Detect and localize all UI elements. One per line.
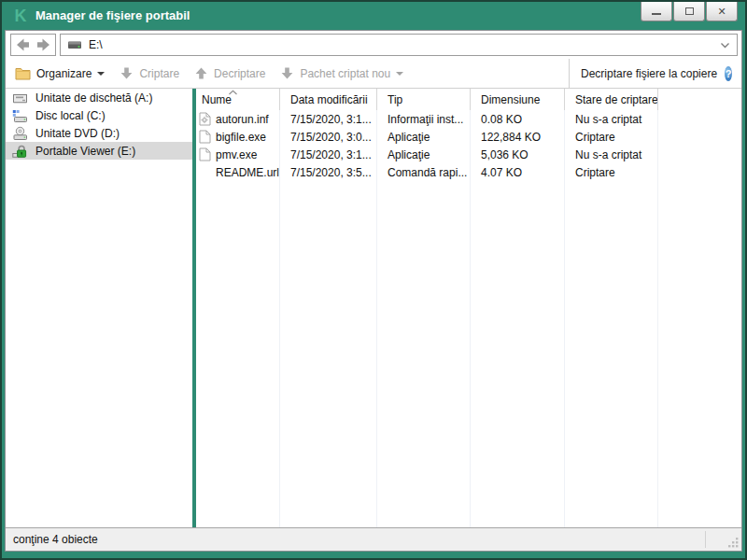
file-size: 122,884 KO xyxy=(470,128,564,146)
back-arrow-icon[interactable] xyxy=(15,37,31,52)
sort-ascending-icon xyxy=(228,90,238,95)
sidebar-item-floppy-a[interactable]: Unitate de dischetă (A:) xyxy=(6,89,192,106)
file-size: 5,036 KO xyxy=(470,146,564,163)
decrypt-label: Decriptare xyxy=(214,67,265,80)
file-modified: 7/15/2020, 3:1... xyxy=(279,146,376,163)
sidebar-item-label: Unitate de dischetă (A:) xyxy=(35,91,152,105)
column-separator xyxy=(279,110,280,527)
window-content: E:\ Organizare Criptare Decriptare Pache… xyxy=(5,30,742,552)
help-icon[interactable]: ? xyxy=(725,66,732,81)
dvd-drive-icon xyxy=(12,126,28,141)
status-text: conţine 4 obiecte xyxy=(13,533,98,546)
new-encrypted-package-button[interactable]: Pachet criptat nou xyxy=(280,66,403,80)
maximize-icon xyxy=(685,7,694,15)
file-modified: 7/15/2020, 3:1... xyxy=(279,110,376,128)
file-encryption-status: Criptare xyxy=(564,163,657,181)
column-resize-handle[interactable] xyxy=(657,89,658,110)
file-list: Nume Data modificării Tip Dimensiune Sta… xyxy=(196,89,741,527)
maximize-button[interactable] xyxy=(673,2,705,21)
encrypt-label: Criptare xyxy=(139,67,179,80)
column-header-label: Data modificării xyxy=(290,93,368,106)
blank-file-icon xyxy=(199,130,211,144)
kaspersky-logo-icon: K xyxy=(11,5,30,27)
sidebar-item-portable-viewer-e[interactable]: Portable Viewer (E:) xyxy=(6,142,192,160)
sidebar-item-dvd-d[interactable]: Unitate DVD (D:) xyxy=(6,124,192,142)
toolbar-right-section: Decriptare fişiere la copiere ? xyxy=(569,59,741,88)
no-file-icon xyxy=(199,165,211,179)
column-header-modified[interactable]: Data modificării xyxy=(279,89,376,110)
package-arrow-down-icon xyxy=(280,66,294,80)
blank-file-icon xyxy=(199,147,211,161)
file-encryption-status: Criptare xyxy=(564,128,657,146)
column-separator xyxy=(564,110,565,527)
address-text: E:\ xyxy=(89,38,713,51)
decrypt-button[interactable]: Decriptare xyxy=(194,66,265,80)
forward-arrow-icon[interactable] xyxy=(35,37,51,52)
sidebar-item-label: Portable Viewer (E:) xyxy=(35,145,135,158)
file-type: Aplicaţie xyxy=(376,146,470,163)
encrypt-arrow-down-icon xyxy=(120,66,134,80)
organize-button[interactable]: Organizare xyxy=(15,67,105,80)
column-separator xyxy=(657,110,658,527)
column-separator xyxy=(470,110,471,527)
file-encryption-status: Nu s-a criptat xyxy=(564,110,657,128)
drive-icon xyxy=(67,39,82,50)
resize-grip[interactable] xyxy=(726,536,740,549)
setup-file-icon xyxy=(199,112,211,126)
file-row-pmv-exe[interactable]: pmv.exe 7/15/2020, 3:1... Aplicaţie 5,03… xyxy=(196,146,741,163)
nav-button-group xyxy=(10,34,56,56)
file-name: pmv.exe xyxy=(216,148,257,161)
package-dropdown-icon xyxy=(396,72,403,79)
navigation-bar: E:\ xyxy=(6,31,741,59)
column-header-type[interactable]: Tip xyxy=(376,89,470,110)
address-bar[interactable]: E:\ xyxy=(60,34,738,56)
status-bar-separator xyxy=(705,531,706,548)
decrypt-arrow-up-icon xyxy=(194,66,208,80)
file-encryption-status: Nu s-a criptat xyxy=(564,146,657,163)
file-name: autorun.inf xyxy=(216,113,269,126)
address-dropdown-icon[interactable] xyxy=(720,42,730,49)
column-header-size[interactable]: Dimensiune xyxy=(470,89,564,110)
column-header-encryption-status[interactable]: Stare de criptare xyxy=(564,89,657,110)
app-window: K Manager de fişiere portabil ✕ E:\ Orga… xyxy=(0,0,747,560)
organize-dropdown-icon xyxy=(97,72,105,79)
new-encrypted-package-label: Pachet criptat nou xyxy=(300,67,390,80)
floppy-drive-icon xyxy=(12,91,28,105)
hard-drive-icon xyxy=(12,108,28,123)
decrypt-on-copy-label: Decriptare fişiere la copiere xyxy=(581,67,717,80)
locked-drive-icon xyxy=(12,144,28,159)
sidebar-item-label: Unitate DVD (D:) xyxy=(35,127,120,140)
file-size: 4.07 KO xyxy=(470,163,564,181)
encrypt-button[interactable]: Criptare xyxy=(120,66,179,80)
minimize-button[interactable] xyxy=(641,2,672,21)
file-type: Informaţii inst... xyxy=(376,110,470,128)
close-button[interactable]: ✕ xyxy=(706,2,738,21)
close-icon: ✕ xyxy=(717,6,726,18)
column-header-label: Tip xyxy=(388,93,402,106)
file-name: bigfile.exe xyxy=(216,131,266,144)
column-separator xyxy=(376,110,377,527)
window-title: Manager de fişiere portabil xyxy=(35,2,190,30)
sidebar-item-disk-c[interactable]: Disc local (C:) xyxy=(6,106,192,124)
column-header-label: Stare de criptare xyxy=(575,93,657,106)
folder-icon xyxy=(15,67,31,80)
file-type: Comandă rapi... xyxy=(376,163,470,181)
file-modified: 7/15/2020, 3:5... xyxy=(279,163,376,181)
column-header-name[interactable]: Nume xyxy=(196,89,279,110)
file-row-autorun-inf[interactable]: autorun.inf 7/15/2020, 3:1... Informaţii… xyxy=(196,110,741,128)
minimize-icon xyxy=(652,13,661,15)
window-controls: ✕ xyxy=(640,2,738,21)
drive-sidebar: Unitate de dischetă (A:) Disc local (C:)… xyxy=(6,89,192,527)
status-bar: conţine 4 obiecte xyxy=(6,527,741,551)
main-area: Unitate de dischetă (A:) Disc local (C:)… xyxy=(6,89,741,527)
column-header-label: Dimensiune xyxy=(481,93,540,106)
organize-label: Organizare xyxy=(36,67,92,80)
file-size: 0.08 KO xyxy=(470,110,564,128)
file-type: Aplicaţie xyxy=(376,128,470,146)
file-modified: 7/15/2020, 3:0... xyxy=(279,128,376,146)
file-row-bigfile-exe[interactable]: bigfile.exe 7/15/2020, 3:0... Aplicaţie … xyxy=(196,128,741,146)
file-row-readme-url[interactable]: README.url 7/15/2020, 3:5... Comandă rap… xyxy=(196,163,741,181)
title-bar[interactable]: K Manager de fişiere portabil xyxy=(2,2,745,30)
toolbar: Organizare Criptare Decriptare Pachet cr… xyxy=(6,59,741,89)
list-header: Nume Data modificării Tip Dimensiune Sta… xyxy=(196,89,741,110)
